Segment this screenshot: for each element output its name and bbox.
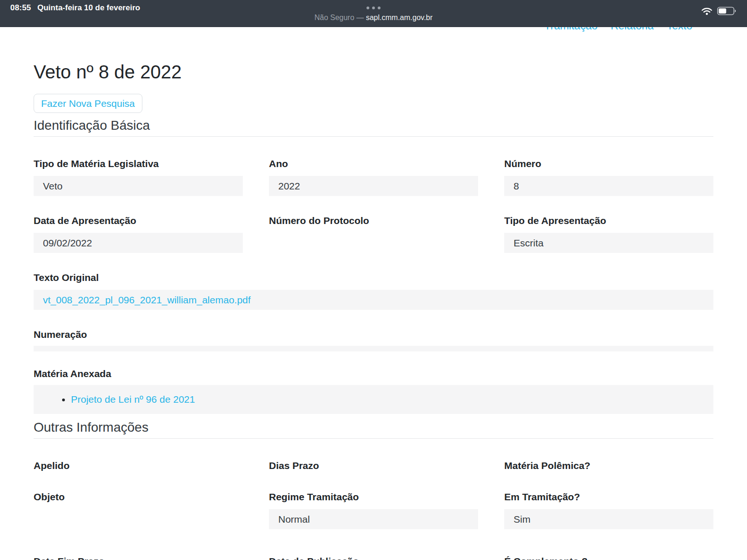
numeracao-empty-field: [34, 346, 713, 351]
field-data-apresentacao: Data de Apresentação 09/02/2022: [34, 215, 243, 253]
field-row: Tipo de Matéria Legislativa Veto Ano 202…: [34, 158, 713, 196]
address-bar[interactable]: Não Seguro — sapl.cmm.am.gov.br: [0, 14, 747, 22]
field-label: Objeto: [34, 491, 243, 503]
field-label: É Complemento ?: [504, 555, 713, 560]
field-value-tipo-apresentacao: Escrita: [504, 233, 713, 253]
field-label: Número: [504, 158, 713, 169]
field-label: Tipo de Apresentação: [504, 215, 713, 226]
field-tipo-materia: Tipo de Matéria Legislativa Veto: [34, 158, 243, 196]
field-texto-original: Texto Original vt_008_2022_pl_096_2021_w…: [34, 272, 713, 310]
field-apelido: Apelido: [34, 460, 243, 471]
field-label: Numeração: [34, 329, 713, 340]
battery-icon: [717, 7, 737, 15]
field-label: Apelido: [34, 460, 243, 471]
section-heading-identificacao-basica: Identificação Básica: [34, 118, 713, 137]
field-label: Matéria Polêmica?: [504, 460, 713, 471]
field-objeto: Objeto: [34, 491, 243, 529]
field-numero-protocolo: Número do Protocolo: [269, 215, 478, 253]
field-value-tipo-materia: Veto: [34, 176, 243, 196]
field-label: Em Tramitação?: [504, 491, 713, 503]
field-value-numero: 8: [504, 176, 713, 196]
field-row: Apelido Dias Prazo Matéria Polêmica?: [34, 460, 713, 471]
page-options-dots-icon[interactable]: [0, 7, 747, 9]
materia-anexada-list: Projeto de Lei nº 96 de 2021: [34, 385, 713, 414]
field-label: Data Fim Prazo: [34, 555, 243, 560]
field-tipo-apresentacao: Tipo de Apresentação Escrita: [504, 215, 713, 253]
field-e-complemento: É Complemento ?: [504, 555, 713, 560]
field-regime-tramitacao: Regime Tramitação Normal: [269, 491, 478, 529]
field-label: Dias Prazo: [269, 460, 478, 471]
field-label: Data de Publicação: [269, 555, 478, 560]
field-row: Objeto Regime Tramitação Normal Em Trami…: [34, 491, 713, 529]
texto-original-pdf-link[interactable]: vt_008_2022_pl_096_2021_william_alemao.p…: [43, 294, 251, 305]
page-title: Veto nº 8 de 2022: [34, 61, 713, 83]
field-value-data-apresentacao: 09/02/2022: [34, 233, 243, 253]
field-numeracao: Numeração: [34, 329, 713, 351]
field-label: Matéria Anexada: [34, 368, 713, 379]
ios-status-bar: 08:55 Quinta-feira 10 de fevereiro Não S…: [0, 0, 747, 27]
field-dias-prazo: Dias Prazo: [269, 460, 478, 471]
materia-anexada-link[interactable]: Projeto de Lei nº 96 de 2021: [71, 394, 195, 405]
field-label: Número do Protocolo: [269, 215, 478, 226]
address-domain: sapl.cmm.am.gov.br: [366, 14, 433, 21]
section-heading-outras-informacoes: Outras Informações: [34, 420, 713, 439]
field-label: Ano: [269, 158, 478, 169]
field-materia-polemica: Matéria Polêmica?: [504, 460, 713, 471]
field-label: Regime Tramitação: [269, 491, 478, 503]
address-separator: —: [354, 14, 366, 21]
field-value-texto-original: vt_008_2022_pl_096_2021_william_alemao.p…: [34, 290, 713, 310]
materia-detail-page: Veto nº 8 de 2022 Fazer Nova Pesquisa Id…: [0, 0, 747, 560]
field-data-publicacao: Data de Publicação: [269, 555, 478, 560]
field-label: Texto Original: [34, 272, 713, 283]
field-em-tramitacao: Em Tramitação? Sim: [504, 491, 713, 529]
field-value-em-tramitacao: Sim: [504, 509, 713, 529]
list-item: Projeto de Lei nº 96 de 2021: [71, 393, 704, 406]
field-row: Data de Apresentação 09/02/2022 Número d…: [34, 215, 713, 253]
field-materia-anexada: Matéria Anexada Projeto de Lei nº 96 de …: [34, 368, 713, 414]
field-ano: Ano 2022: [269, 158, 478, 196]
field-data-fim-prazo: Data Fim Prazo: [34, 555, 243, 560]
wifi-icon: [701, 7, 712, 15]
not-secure-label: Não Seguro: [314, 14, 354, 21]
field-numero: Número 8: [504, 158, 713, 196]
field-value-ano: 2022: [269, 176, 478, 196]
field-label: Tipo de Matéria Legislativa: [34, 158, 243, 169]
field-label: Data de Apresentação: [34, 215, 243, 226]
new-search-button[interactable]: Fazer Nova Pesquisa: [34, 94, 142, 113]
field-value-regime-tramitacao: Normal: [269, 509, 478, 529]
field-row: Data Fim Prazo Data de Publicação É Comp…: [34, 555, 713, 560]
